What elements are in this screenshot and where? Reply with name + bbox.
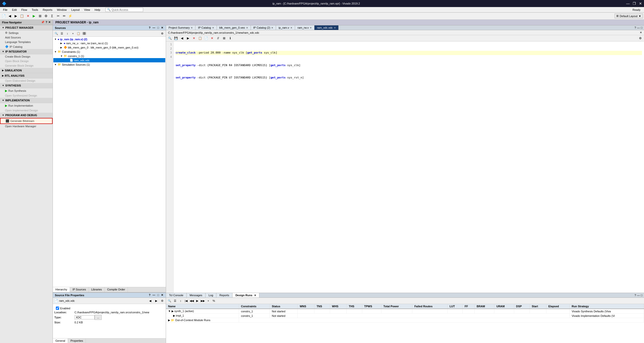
nav-item-ip-catalog[interactable]: 🔷 IP Catalog <box>0 44 53 49</box>
props-help-icon[interactable]: ? <box>148 293 151 297</box>
bottom-tab-reports[interactable]: Reports <box>216 293 232 297</box>
sources-help-icon[interactable]: ? <box>148 26 151 29</box>
forward-btn[interactable]: ▶ <box>13 13 19 19</box>
runs-percent-btn[interactable]: % <box>211 298 216 303</box>
tab-ip-catalog-2[interactable]: IP Catalog (2) ✕ <box>251 25 276 30</box>
tab-ram-rw-v-close-icon[interactable]: ✕ <box>310 26 312 29</box>
menu-flow[interactable]: Flow <box>19 8 29 12</box>
copy-btn[interactable]: 📋 <box>19 13 25 19</box>
editor-info-btn[interactable]: ℹ <box>227 36 233 41</box>
menu-view[interactable]: View <box>82 8 92 12</box>
nav-item-create-block-design[interactable]: Create Block Design <box>0 54 53 59</box>
editor-search-btn[interactable]: 🔍 <box>167 36 173 41</box>
editor-cut-btn[interactable]: ✕ <box>191 36 197 41</box>
new-btn[interactable]: 📄 <box>1 13 7 19</box>
tab-help-icon[interactable]: ? <box>634 26 636 29</box>
tree-item-blk-mem[interactable]: ▶ 🔶 blk_mem_gen_0 : blk_mem_gen_0 (blk_m… <box>53 45 165 50</box>
sources-add-btn[interactable]: + <box>70 31 75 36</box>
runs-search-btn[interactable]: 🔍 <box>167 298 172 303</box>
menu-help[interactable]: Help <box>93 8 102 12</box>
tree-item-constrs1[interactable]: ▼ 📁 constrs_1 (1) <box>53 54 165 58</box>
tab-ip-catalog-2-close-icon[interactable]: ✕ <box>271 26 273 29</box>
nav-item-generate-bitstream[interactable]: ⬛ Generate Bitstream <box>0 118 53 124</box>
nav-item-run-implementation[interactable]: ▶ Run Implementation <box>0 103 53 108</box>
tab-libraries[interactable]: Libraries <box>89 287 105 292</box>
nav-section-project-manager-header[interactable]: ▼ PROJECT MANAGER <box>0 25 53 30</box>
design-runs-close-icon[interactable]: ✕ <box>254 294 256 297</box>
tab-blk-mem-veo[interactable]: blk_mem_gen_0.veo ✕ <box>217 25 251 30</box>
nav-item-open-elaborated-design[interactable]: Open Elaborated Design <box>0 78 53 83</box>
flow-nav-pin-icon[interactable]: 📌 <box>41 21 45 24</box>
enabled-checkbox[interactable] <box>56 307 59 310</box>
nav-item-run-synthesis[interactable]: ▶ Run Synthesis <box>0 88 53 93</box>
editor-save-btn[interactable]: 💾 <box>173 36 179 41</box>
props-close-icon[interactable]: ✕ <box>160 293 164 297</box>
runs-play-btn[interactable]: ▶ <box>195 298 200 303</box>
nav-item-open-hardware-manager[interactable]: Open Hardware Manager <box>0 124 53 128</box>
minimize-btn[interactable]: — <box>626 2 630 6</box>
run-btn[interactable]: ▶ <box>31 13 37 19</box>
nav-section-impl-header[interactable]: ▼ IMPLEMENTATION <box>0 98 53 103</box>
code-content[interactable]: create_clock -period 20.000 -name sys_cl… <box>174 41 644 293</box>
menu-layout[interactable]: Layout <box>69 8 82 12</box>
props-tab-general[interactable]: General <box>53 338 68 343</box>
editor-settings2-btn[interactable]: ⚙ <box>637 36 643 41</box>
runs-next-btn[interactable]: ▶▶ <box>200 298 205 303</box>
maximize-btn[interactable]: ❐ <box>633 2 636 6</box>
sources-search-btn[interactable]: 🔍 <box>54 31 59 36</box>
tab-ram-rw-v[interactable]: ram_rw.v ✕ <box>295 25 315 30</box>
nav-section-synthesis-header[interactable]: ▼ SYNTHESIS <box>0 83 53 88</box>
runs-add-btn[interactable]: + <box>206 298 211 303</box>
tab-maximize-icon[interactable]: □ <box>641 26 642 29</box>
close-btn[interactable]: ✕ <box>639 2 642 6</box>
props-maximize-icon[interactable]: □ <box>157 293 159 297</box>
table-row-out-of-context[interactable]: ▶ 📁 Out-of-Context Module Runs <box>166 318 644 323</box>
runs-sort-btn[interactable]: ↕ <box>178 298 183 303</box>
bottom-minimize-icon[interactable]: — <box>637 294 640 297</box>
tab-blk-veo-close-icon[interactable]: ✕ <box>246 26 248 29</box>
tab-ip-catalog[interactable]: IP Catalog ✕ <box>195 25 217 30</box>
bottom-tab-messages[interactable]: Messages <box>187 293 206 297</box>
tree-item-simulation-sources[interactable]: ▼ 📁 Simulation Sources (1) <box>53 62 165 67</box>
nav-section-program-header[interactable]: ▼ PROGRAM AND DEBUG <box>0 113 53 118</box>
nav-section-simulation-header[interactable]: ▶ SIMULATION <box>0 68 53 73</box>
sum-btn[interactable]: Σ <box>49 13 55 19</box>
delete-btn[interactable]: ✕ <box>25 13 31 19</box>
editor-forward-btn[interactable]: ▶ <box>185 36 191 41</box>
bottom-tab-design-runs[interactable]: Design Runs ✕ <box>232 293 259 297</box>
tab-project-summary-close-icon[interactable]: ✕ <box>191 26 193 29</box>
nav-section-rtl-header[interactable]: ▶ RTL ANALYSIS <box>0 73 53 78</box>
menu-window[interactable]: Window <box>55 8 69 12</box>
editor-paste-btn[interactable]: 📄 <box>203 36 209 41</box>
sources-copy-btn[interactable]: 📋 <box>76 31 81 36</box>
bottom-help-icon[interactable]: ? <box>634 294 636 297</box>
editor-table-btn[interactable]: ⊞ <box>221 36 227 41</box>
tree-item-ram-rw[interactable]: ▶ ● ram_rw_u : ram_rw (ram_rw.v) (1) <box>53 41 165 45</box>
runs-filter-btn[interactable]: ☰ <box>173 298 178 303</box>
cut-btn[interactable]: ✂ <box>55 13 61 19</box>
pencil-btn[interactable]: ✏ <box>61 13 67 19</box>
props-forward-btn[interactable]: ▶ <box>154 298 159 303</box>
menu-tools[interactable]: Tools <box>30 8 40 12</box>
table-row-impl1[interactable]: ▶ impl_1 constrs_1 Not started Vivado Im… <box>166 314 644 318</box>
runs-first-btn[interactable]: |◀ <box>184 298 189 303</box>
step-btn[interactable]: ⊞ <box>37 13 43 19</box>
tab-ip-catalog-close-icon[interactable]: ✕ <box>212 26 214 29</box>
tree-item-ram-xdc[interactable]: 📄 ram_xdc.xdc <box>53 58 165 62</box>
settings-btn[interactable]: ⚙ <box>43 13 49 19</box>
tab-compile-order[interactable]: Compile Order <box>105 287 128 292</box>
sources-sort-btn[interactable]: ↕ <box>65 31 70 36</box>
tree-item-constraints[interactable]: ▼ 📁 Constraints (1) <box>53 50 165 54</box>
nav-item-settings[interactable]: ⚙ Settings <box>0 30 53 35</box>
sources-minimize-icon[interactable]: — <box>152 26 156 29</box>
table-row-synth1[interactable]: ▼ ▶ synth_1 (active) constrs_1 Not start… <box>166 309 644 314</box>
quick-access-input[interactable]: 🔍 Quick Access <box>105 8 143 12</box>
back-btn[interactable]: ◀ <box>7 13 13 19</box>
runs-prev-btn[interactable]: ◀◀ <box>189 298 194 303</box>
sources-maximize-icon[interactable]: □ <box>157 26 159 29</box>
flow-nav-close-icon[interactable]: ✕ <box>48 21 51 24</box>
sources-filter-btn[interactable]: ☰ <box>59 31 64 36</box>
sources-settings-btn[interactable]: ⚙ <box>160 31 165 36</box>
tab-ram-xdc-close-icon[interactable]: ✕ <box>334 26 336 29</box>
nav-item-open-synthesized[interactable]: Open Synthesized Design <box>0 93 53 98</box>
